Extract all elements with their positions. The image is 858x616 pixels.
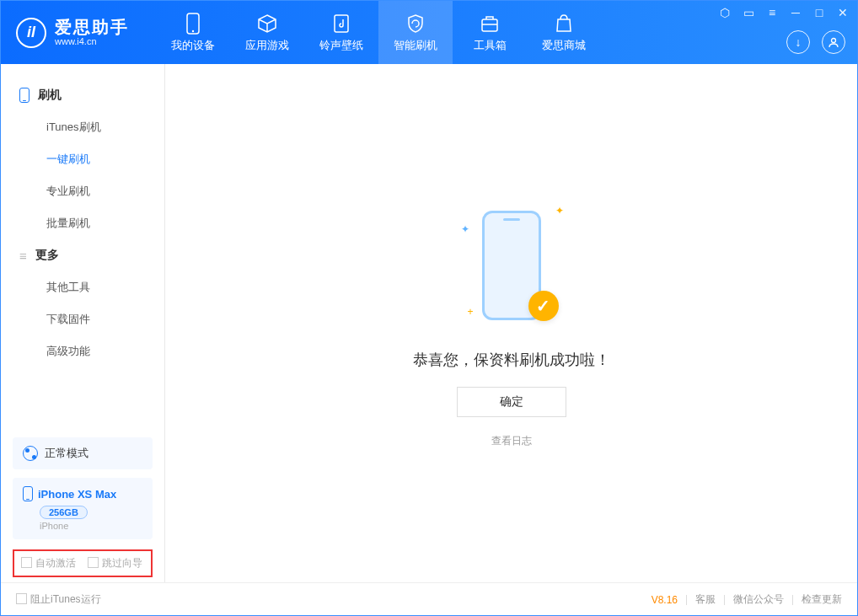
main-content: ✦ ✦ + ✓ 恭喜您，保资料刷机成功啦！ 确定 查看日志 (165, 64, 857, 582)
mode-icon (23, 446, 38, 461)
body: 刷机 iTunes刷机 一键刷机 专业刷机 批量刷机 ≡ 更多 其他工具 下载固… (1, 64, 857, 582)
music-file-icon (330, 13, 352, 35)
tab-store[interactable]: 爱思商城 (527, 1, 601, 64)
mode-box[interactable]: 正常模式 (13, 437, 153, 469)
logo-icon: il (16, 18, 46, 48)
svg-point-1 (192, 29, 194, 31)
cube-icon (256, 13, 278, 35)
briefcase-icon (479, 13, 501, 35)
group-label: 更多 (35, 248, 59, 263)
tab-label: 智能刷机 (394, 38, 437, 53)
sparkle-icon: ✦ (555, 205, 564, 217)
sparkle-icon: + (468, 306, 474, 318)
ok-button[interactable]: 确定 (457, 387, 566, 417)
update-link[interactable]: 检查更新 (802, 592, 842, 607)
app-title: 爱思助手 (55, 18, 129, 36)
sidebar-group-flash: 刷机 (1, 79, 164, 111)
tab-flash[interactable]: 智能刷机 (378, 1, 453, 64)
logo-text: 爱思助手 www.i4.cn (55, 18, 129, 46)
cb-label: 阻止iTunes运行 (30, 593, 101, 605)
svg-rect-3 (482, 19, 497, 31)
mode-label: 正常模式 (45, 446, 88, 461)
checkbox-icon (16, 593, 27, 604)
cb-label: 自动激活 (35, 557, 76, 569)
logo-area: il 爱思助手 www.i4.cn (1, 18, 144, 48)
sidebar-item-advanced[interactable]: 高级功能 (1, 335, 164, 367)
view-log-link[interactable]: 查看日志 (491, 434, 532, 448)
tab-toolbox[interactable]: 工具箱 (453, 1, 527, 64)
separator (792, 595, 793, 605)
sidebar-item-oneclick[interactable]: 一键刷机 (1, 143, 164, 175)
window-controls: ⬡ ▭ ≡ ─ □ ✕ (717, 6, 850, 19)
phone-icon (23, 486, 33, 501)
separator (724, 595, 725, 605)
tab-device[interactable]: 我的设备 (156, 1, 230, 64)
app-subtitle: www.i4.cn (55, 36, 129, 46)
separator (686, 595, 687, 605)
device-box[interactable]: iPhone XS Max 256GB iPhone (13, 478, 153, 539)
refresh-shield-icon (405, 13, 426, 35)
bag-icon (553, 13, 575, 35)
cb-label: 跳过向导 (102, 557, 142, 569)
checkbox-block-itunes[interactable]: 阻止iTunes运行 (16, 592, 101, 607)
checkbox-icon (88, 557, 99, 568)
minimize-icon[interactable]: ─ (788, 6, 803, 19)
download-icon[interactable]: ↓ (786, 30, 810, 54)
device-type: iPhone (40, 521, 142, 531)
tab-ringtones[interactable]: 铃声壁纸 (304, 1, 378, 64)
shirt-icon[interactable]: ⬡ (717, 6, 732, 19)
menu-icon[interactable]: ≡ (764, 6, 780, 19)
checkbox-row: 自动激活 跳过向导 (13, 549, 153, 577)
tab-label: 铃声壁纸 (319, 38, 363, 53)
checkbox-auto-activate[interactable]: 自动激活 (21, 556, 76, 570)
footer: 阻止iTunes运行 V8.16 客服 微信公众号 检查更新 (1, 582, 857, 616)
group-label: 刷机 (38, 88, 62, 103)
user-icon[interactable] (822, 30, 845, 54)
tab-label: 工具箱 (474, 38, 507, 53)
device-name: iPhone XS Max (38, 488, 116, 501)
top-tabs: 我的设备 应用游戏 铃声壁纸 智能刷机 工具箱 爱思商城 (156, 1, 601, 64)
list-icon: ≡ (19, 249, 27, 263)
footer-right: V8.16 客服 微信公众号 检查更新 (652, 592, 842, 607)
tab-label: 爱思商城 (542, 38, 586, 53)
sidebar-item-other[interactable]: 其他工具 (1, 271, 164, 303)
footer-left: 阻止iTunes运行 (16, 592, 101, 607)
phone-icon (19, 88, 29, 103)
device-name-row: iPhone XS Max (23, 486, 142, 501)
sidebar-item-pro[interactable]: 专业刷机 (1, 175, 164, 207)
sparkle-icon: ✦ (461, 223, 469, 235)
header: il 爱思助手 www.i4.cn 我的设备 应用游戏 铃声壁纸 智能刷机 工具… (1, 1, 857, 64)
success-message: 恭喜您，保资料刷机成功啦！ (413, 350, 610, 370)
sidebar-item-firmware[interactable]: 下载固件 (1, 303, 164, 335)
device-capacity: 256GB (40, 506, 88, 519)
support-link[interactable]: 客服 (695, 592, 716, 607)
close-icon[interactable]: ✕ (835, 6, 850, 19)
version-label: V8.16 (652, 594, 678, 606)
check-badge-icon: ✓ (528, 291, 559, 321)
sidebar-item-itunes[interactable]: iTunes刷机 (1, 111, 164, 143)
tab-label: 我的设备 (171, 38, 215, 53)
tab-label: 应用游戏 (245, 38, 289, 53)
checkbox-skip-guide[interactable]: 跳过向导 (88, 556, 142, 570)
sidebar-item-batch[interactable]: 批量刷机 (1, 207, 164, 239)
maximize-icon[interactable]: □ (812, 6, 827, 19)
phone-icon (182, 13, 204, 35)
header-right-icons: ↓ (786, 30, 845, 54)
success-illustration: ✦ ✦ + ✓ (469, 198, 554, 333)
wechat-link[interactable]: 微信公众号 (733, 592, 784, 607)
sidebar: 刷机 iTunes刷机 一键刷机 专业刷机 批量刷机 ≡ 更多 其他工具 下载固… (1, 64, 165, 582)
note-icon[interactable]: ▭ (741, 6, 756, 19)
svg-point-4 (832, 39, 836, 43)
tab-apps[interactable]: 应用游戏 (230, 1, 304, 64)
checkbox-icon (21, 557, 32, 568)
sidebar-group-more: ≡ 更多 (1, 239, 164, 271)
